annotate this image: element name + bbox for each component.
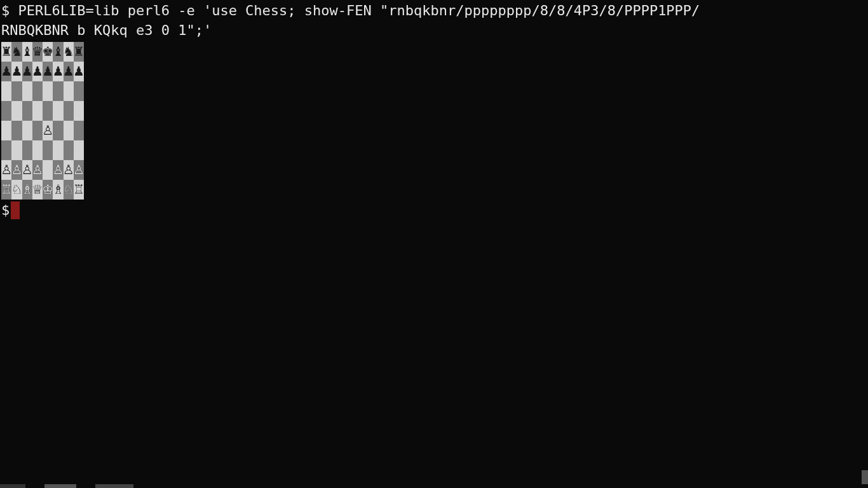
chess-piece: ♖ bbox=[1, 183, 12, 196]
bottom-status-bar bbox=[0, 484, 133, 488]
chess-piece: ♘ bbox=[63, 183, 74, 196]
chess-square bbox=[11, 140, 22, 160]
chess-board: ♜♞♝♛♚♝♞♜♟♟♟♟♟♟♟♟♙♙♙♙♙♙♙♙♖♘♗♕♔♗♘♖ bbox=[1, 42, 84, 200]
chess-square bbox=[1, 101, 11, 121]
chess-piece: ♟ bbox=[32, 65, 43, 78]
chess-square: ♟ bbox=[22, 62, 32, 81]
chess-piece: ♝ bbox=[52, 45, 64, 58]
scrollbar-thumb[interactable] bbox=[862, 470, 868, 484]
chess-piece: ♟ bbox=[22, 65, 33, 78]
chess-square bbox=[22, 81, 32, 101]
chess-square bbox=[11, 121, 22, 140]
chess-square bbox=[53, 140, 63, 160]
chess-square: ♟ bbox=[53, 62, 63, 81]
chess-square: ♖ bbox=[1, 180, 11, 200]
chess-square: ♗ bbox=[22, 180, 32, 200]
command-text-2: RNBQKBNR b KQkq e3 0 1";' bbox=[1, 22, 212, 38]
chess-piece: ♟ bbox=[42, 65, 53, 78]
chess-piece: ♟ bbox=[1, 65, 12, 78]
chess-square bbox=[53, 121, 63, 140]
chess-square bbox=[43, 160, 53, 180]
chess-piece: ♜ bbox=[73, 45, 85, 58]
chess-square: ♜ bbox=[74, 42, 84, 62]
chess-piece: ♞ bbox=[11, 45, 22, 58]
chess-square bbox=[64, 121, 74, 140]
chess-square bbox=[32, 140, 43, 160]
chess-square: ♟ bbox=[32, 62, 43, 81]
chess-square bbox=[22, 140, 32, 160]
chess-square bbox=[43, 81, 53, 101]
chess-piece: ♟ bbox=[52, 65, 64, 78]
chess-square bbox=[22, 121, 32, 140]
command-text-1: PERL6LIB=lib perl6 -e 'use Chess; show-F… bbox=[18, 3, 700, 18]
chess-square: ♟ bbox=[64, 62, 74, 81]
chess-square: ♗ bbox=[53, 180, 63, 200]
chess-piece: ♙ bbox=[22, 163, 33, 176]
chess-square: ♜ bbox=[1, 42, 11, 62]
chess-square: ♘ bbox=[11, 180, 22, 200]
chess-square: ♝ bbox=[22, 42, 32, 62]
chess-square bbox=[74, 121, 84, 140]
shell-prompt-2: $ bbox=[1, 201, 10, 220]
chess-piece: ♙ bbox=[52, 163, 64, 176]
chess-piece: ♟ bbox=[63, 65, 74, 78]
chess-square bbox=[43, 140, 53, 160]
chess-square: ♙ bbox=[22, 160, 32, 180]
chess-square: ♙ bbox=[11, 160, 22, 180]
chess-piece: ♞ bbox=[63, 45, 74, 58]
chess-square: ♖ bbox=[74, 180, 84, 200]
chess-piece: ♛ bbox=[32, 45, 43, 58]
statusbar-seg-1 bbox=[0, 484, 25, 488]
chess-square bbox=[43, 101, 53, 121]
chess-square: ♚ bbox=[43, 42, 53, 62]
chess-square: ♟ bbox=[11, 62, 22, 81]
chess-square: ♙ bbox=[74, 160, 84, 180]
terminal-cursor bbox=[11, 201, 20, 219]
chess-piece: ♟ bbox=[11, 65, 22, 78]
chess-square: ♞ bbox=[11, 42, 22, 62]
chess-square: ♙ bbox=[43, 121, 53, 140]
chess-square: ♙ bbox=[64, 160, 74, 180]
chess-square bbox=[53, 101, 63, 121]
chess-square bbox=[53, 81, 63, 101]
chess-square bbox=[74, 140, 84, 160]
chess-square bbox=[32, 121, 43, 140]
statusbar-seg-2 bbox=[44, 484, 76, 488]
chess-square bbox=[1, 81, 11, 101]
chess-square bbox=[64, 101, 74, 121]
chess-square: ♕ bbox=[32, 180, 43, 200]
chess-square bbox=[64, 81, 74, 101]
statusbar-gap-1 bbox=[25, 484, 44, 488]
chess-square bbox=[32, 81, 43, 101]
chess-piece: ♙ bbox=[42, 124, 53, 137]
chess-square bbox=[74, 101, 84, 121]
command-line-2: RNBQKBNR b KQkq e3 0 1";' bbox=[1, 21, 867, 41]
chess-square: ♔ bbox=[43, 180, 53, 200]
chess-piece: ♟ bbox=[73, 65, 85, 78]
chess-piece: ♙ bbox=[32, 163, 43, 176]
chess-square: ♟ bbox=[74, 62, 84, 81]
terminal-output[interactable]: $ PERL6LIB=lib perl6 -e 'use Chess; show… bbox=[0, 0, 868, 221]
shell-prompt: $ bbox=[1, 3, 18, 18]
chess-square: ♙ bbox=[1, 160, 11, 180]
chess-piece: ♙ bbox=[11, 163, 22, 176]
chess-square: ♙ bbox=[32, 160, 43, 180]
chess-piece: ♚ bbox=[42, 45, 53, 58]
prompt-line[interactable]: $ bbox=[1, 201, 867, 220]
chess-square bbox=[74, 81, 84, 101]
chess-square: ♘ bbox=[64, 180, 74, 200]
chess-square bbox=[11, 81, 22, 101]
scrollbar-track[interactable] bbox=[862, 0, 868, 488]
chess-square bbox=[11, 101, 22, 121]
chess-piece: ♖ bbox=[73, 183, 85, 196]
chess-square bbox=[64, 140, 74, 160]
chess-piece: ♜ bbox=[1, 45, 12, 58]
chess-square bbox=[1, 140, 11, 160]
statusbar-gap-2 bbox=[76, 484, 95, 488]
chess-square: ♞ bbox=[64, 42, 74, 62]
chess-piece: ♙ bbox=[73, 163, 85, 176]
chess-square: ♟ bbox=[43, 62, 53, 81]
chess-square: ♙ bbox=[53, 160, 63, 180]
chess-piece: ♘ bbox=[11, 183, 22, 196]
chess-piece: ♙ bbox=[63, 163, 74, 176]
